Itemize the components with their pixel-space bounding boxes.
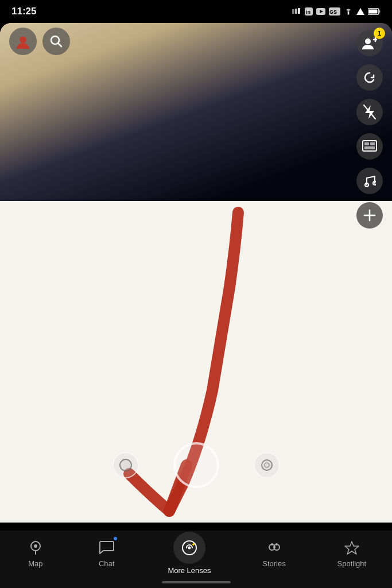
svg-point-38 — [271, 543, 273, 546]
status-icons: in GS — [292, 7, 381, 16]
stories-nav-icon — [265, 537, 284, 557]
top-left-buttons — [9, 28, 70, 55]
map-label: Map — [28, 559, 42, 568]
map-nav-icon — [26, 537, 45, 557]
nav-item-stories[interactable]: Stories — [257, 537, 291, 568]
flash-button[interactable] — [356, 99, 383, 125]
shutter-area — [112, 442, 280, 488]
profile-button[interactable] — [9, 28, 37, 55]
stories-icon — [266, 539, 282, 555]
svg-point-17 — [365, 38, 371, 44]
chat-icon — [99, 539, 115, 555]
svg-text:GS: GS — [329, 9, 337, 15]
camera-viewfinder: 1 — [0, 23, 392, 523]
svg-point-30 — [262, 460, 272, 470]
chat-nav-icon — [97, 537, 117, 557]
gs-icon: GS — [329, 7, 340, 16]
svg-rect-0 — [292, 9, 294, 14]
svg-rect-13 — [379, 10, 381, 13]
shutter-button[interactable] — [173, 442, 219, 488]
timer-icon — [260, 458, 274, 472]
svg-rect-1 — [295, 9, 297, 14]
status-time: 11:25 — [11, 6, 36, 17]
spotlight-nav-icon — [342, 537, 362, 557]
chat-label: Chat — [99, 559, 114, 568]
home-indicator — [162, 581, 231, 583]
svg-point-36 — [188, 547, 191, 550]
bottom-nav: Map Chat More Lenses — [0, 531, 392, 588]
lenses-icon — [180, 538, 199, 558]
stories-label: Stories — [262, 559, 285, 568]
nav-item-more-lenses[interactable]: More Lenses — [162, 537, 216, 575]
svg-marker-41 — [345, 541, 359, 554]
flash-off-icon — [363, 105, 376, 119]
rotate-icon — [363, 71, 377, 84]
filters-button[interactable] — [356, 133, 383, 160]
svg-point-40 — [275, 543, 278, 546]
search-button[interactable] — [42, 28, 70, 55]
battery-icon — [368, 8, 381, 15]
svg-rect-2 — [298, 8, 300, 14]
gallery-icon — [119, 458, 133, 472]
nav-item-map[interactable]: Map — [20, 537, 51, 568]
svg-point-33 — [34, 544, 37, 548]
gallery-button[interactable] — [112, 452, 139, 478]
lenses-nav-icon — [173, 532, 205, 564]
svg-line-16 — [58, 43, 61, 47]
friend-badge: 1 — [374, 28, 385, 39]
search-icon — [50, 35, 63, 48]
svg-rect-22 — [364, 142, 369, 145]
lenses-label: More Lenses — [168, 566, 211, 575]
timer-button[interactable] — [254, 452, 280, 478]
plus-icon — [363, 209, 376, 222]
filters-icon — [362, 140, 377, 153]
svg-rect-12 — [369, 10, 378, 14]
svg-point-14 — [20, 36, 26, 43]
add-friend-button[interactable]: 1 — [356, 30, 383, 56]
music-button[interactable] — [356, 168, 383, 194]
chat-notification-dot — [112, 536, 118, 541]
music-icon — [363, 173, 376, 188]
svg-rect-21 — [363, 141, 377, 151]
right-controls: 1 — [356, 28, 383, 229]
profile-icon — [15, 34, 30, 49]
wifi-icon — [344, 8, 353, 15]
svg-point-29 — [120, 459, 131, 471]
nav-item-chat[interactable]: Chat — [91, 537, 122, 568]
spotlight-label: Spotlight — [337, 559, 367, 568]
map-icon — [28, 539, 44, 555]
status-bar: 11:25 in GS — [0, 0, 392, 23]
add-friend-icon — [362, 37, 377, 49]
more-options-button[interactable] — [356, 202, 383, 229]
signal-icon — [356, 8, 364, 15]
linkedin-icon: in — [305, 7, 313, 16]
svg-point-9 — [348, 13, 350, 15]
youtube-icon — [316, 8, 325, 15]
nav-item-spotlight[interactable]: Spotlight — [332, 537, 372, 568]
svg-text:in: in — [306, 9, 311, 15]
sim-icon — [292, 8, 301, 15]
rotate-camera-button[interactable] — [356, 64, 383, 91]
svg-rect-23 — [370, 142, 375, 145]
svg-marker-10 — [356, 8, 364, 15]
spotlight-icon — [344, 539, 360, 555]
svg-rect-24 — [364, 146, 375, 149]
top-controls: 1 — [0, 28, 392, 229]
